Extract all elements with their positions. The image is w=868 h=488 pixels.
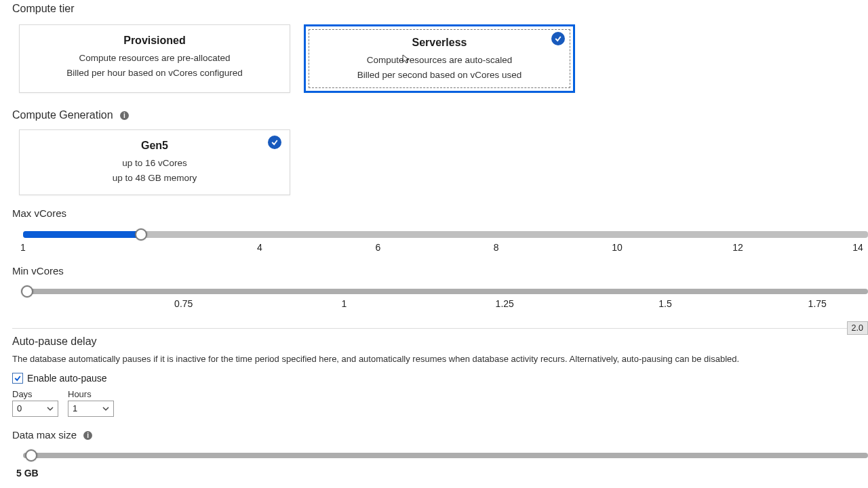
checkmark-icon <box>551 32 565 45</box>
info-icon[interactable]: i <box>83 431 92 440</box>
slider-tick: 0.75 <box>174 298 193 309</box>
slider-tick: 1.5 <box>658 298 671 309</box>
slider-tick: 8 <box>494 242 499 253</box>
min-vcores-slider[interactable] <box>23 289 868 294</box>
min-vcores-label: Min vCores <box>12 265 868 277</box>
slider-tick: 1 <box>20 242 26 253</box>
compute-tier-provisioned[interactable]: Provisioned Compute resources are pre-al… <box>19 24 290 93</box>
card-line: Compute resources are auto-scaled <box>320 53 559 68</box>
hours-select[interactable]: 1 <box>68 401 114 417</box>
compute-generation-gen5[interactable]: Gen5 up to 16 vCores up to 48 GB memory <box>19 129 290 195</box>
card-line: Billed per hour based on vCores configur… <box>33 66 276 81</box>
auto-pause-label: Auto-pause delay <box>12 336 868 348</box>
info-icon[interactable]: i <box>120 111 129 120</box>
slider-tick: 1 <box>342 298 347 309</box>
data-max-size-label: Data max size i <box>12 429 868 441</box>
slider-tick: 4 <box>257 242 262 253</box>
card-line: Compute resources are pre-allocated <box>33 51 276 66</box>
card-line: Billed per second based on vCores used <box>320 68 559 83</box>
slider-tick: 1.75 <box>808 298 827 309</box>
slider-tick: 1.25 <box>496 298 514 309</box>
card-title: Provisioned <box>33 35 276 47</box>
card-title: Gen5 <box>33 140 276 152</box>
slider-thumb[interactable] <box>21 285 33 298</box>
auto-pause-help: The database automatically pauses if it … <box>12 353 868 365</box>
days-select[interactable]: 0 <box>12 401 58 417</box>
hours-label: Hours <box>68 389 114 399</box>
slider-tick: 6 <box>375 242 380 253</box>
checkbox-label: Enable auto-pause <box>27 373 107 384</box>
max-vcores-label: Max vCores <box>12 207 868 219</box>
card-line: up to 16 vCores <box>33 156 276 171</box>
data-max-size-value: 5 GB <box>16 468 868 479</box>
card-title: Serverless <box>320 37 559 49</box>
chevron-down-icon <box>47 405 54 412</box>
divider <box>12 328 868 329</box>
enable-auto-pause-checkbox[interactable] <box>12 373 23 384</box>
slider-tick: 12 <box>732 242 743 253</box>
slider-thumb[interactable] <box>25 449 37 462</box>
slider-tick: 14 <box>852 242 863 253</box>
min-vcores-tooltip: 2.0 <box>847 321 868 335</box>
compute-tier-serverless[interactable]: Serverless Compute resources are auto-sc… <box>304 24 575 93</box>
slider-tick: 10 <box>612 242 623 253</box>
data-max-size-slider[interactable] <box>23 453 868 458</box>
max-vcores-slider[interactable] <box>23 231 868 238</box>
checkmark-icon <box>268 136 281 149</box>
days-label: Days <box>12 389 58 399</box>
compute-tier-label: Compute tier <box>12 3 868 15</box>
slider-thumb[interactable] <box>135 228 147 241</box>
compute-generation-label: Compute Generation i <box>12 109 868 121</box>
card-line: up to 48 GB memory <box>33 171 276 186</box>
chevron-down-icon <box>102 405 109 412</box>
